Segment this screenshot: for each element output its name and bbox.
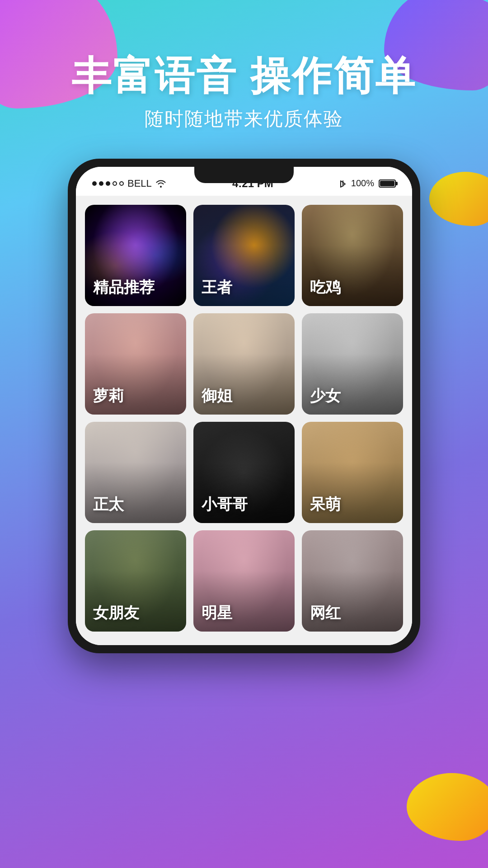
phone-notch bbox=[194, 167, 294, 183]
grid-item-label-qumeng: 呆萌 bbox=[310, 494, 341, 515]
grid-item-label-shaonv: 少女 bbox=[310, 386, 341, 406]
grid-item-label-luoli: 萝莉 bbox=[93, 386, 124, 406]
main-title: 丰富语音 操作简单 bbox=[0, 54, 488, 98]
dot1 bbox=[92, 181, 97, 186]
sub-title: 随时随地带来优质体验 bbox=[0, 106, 488, 132]
grid-item-mingxing[interactable]: 明星 bbox=[193, 530, 295, 632]
grid-container: 精品推荐王者吃鸡萝莉御姐少女正太小哥哥呆萌女朋友明星网红 bbox=[85, 205, 403, 632]
grid-item-luoli[interactable]: 萝莉 bbox=[85, 313, 186, 415]
battery-percent: 100% bbox=[351, 178, 374, 189]
dot5 bbox=[119, 181, 124, 186]
battery-fill bbox=[380, 181, 394, 186]
grid-item-label-jingpintuijian: 精品推荐 bbox=[93, 277, 155, 298]
grid-item-label-xiaogege: 小哥哥 bbox=[202, 494, 248, 515]
grid-item-label-chiji: 吃鸡 bbox=[310, 277, 341, 298]
header-section: 丰富语音 操作简单 随时随地带来优质体验 bbox=[0, 0, 488, 132]
grid-item-wangzhe[interactable]: 王者 bbox=[193, 205, 295, 306]
dot4 bbox=[113, 181, 117, 186]
app-content: 精品推荐王者吃鸡萝莉御姐少女正太小哥哥呆萌女朋友明星网红 bbox=[76, 196, 412, 645]
grid-item-label-wanghong: 网红 bbox=[310, 603, 341, 623]
bluetooth-icon bbox=[339, 179, 347, 189]
grid-item-qumeng[interactable]: 呆萌 bbox=[302, 422, 403, 523]
decorative-blob-bottomright bbox=[407, 773, 488, 841]
grid-item-label-npengyou: 女朋友 bbox=[93, 603, 139, 623]
signal-dots bbox=[92, 181, 124, 186]
battery-bar bbox=[379, 179, 396, 188]
grid-item-zhengtai[interactable]: 正太 bbox=[85, 422, 186, 523]
status-right: 100% bbox=[339, 178, 396, 189]
phone-screen: BELL 4:21 PM 100% bbox=[76, 167, 412, 645]
status-left: BELL bbox=[92, 178, 166, 189]
wifi-icon bbox=[155, 179, 166, 188]
phone-wrapper: BELL 4:21 PM 100% bbox=[0, 159, 488, 653]
grid-item-wanghong[interactable]: 网红 bbox=[302, 530, 403, 632]
dot3 bbox=[106, 181, 110, 186]
grid-item-yujie[interactable]: 御姐 bbox=[193, 313, 295, 415]
dot2 bbox=[99, 181, 103, 186]
carrier-label: BELL bbox=[127, 178, 152, 189]
grid-item-jingpintuijian[interactable]: 精品推荐 bbox=[85, 205, 186, 306]
grid-item-label-mingxing: 明星 bbox=[202, 603, 232, 623]
grid-item-label-zhengtai: 正太 bbox=[93, 494, 124, 515]
grid-item-shaonv[interactable]: 少女 bbox=[302, 313, 403, 415]
grid-item-npengyou[interactable]: 女朋友 bbox=[85, 530, 186, 632]
grid-item-label-wangzhe: 王者 bbox=[202, 277, 232, 298]
grid-item-label-yujie: 御姐 bbox=[202, 386, 232, 406]
grid-item-xiaogege[interactable]: 小哥哥 bbox=[193, 422, 295, 523]
partial-row bbox=[85, 632, 403, 645]
grid-item-chiji[interactable]: 吃鸡 bbox=[302, 205, 403, 306]
phone-frame: BELL 4:21 PM 100% bbox=[68, 159, 420, 653]
